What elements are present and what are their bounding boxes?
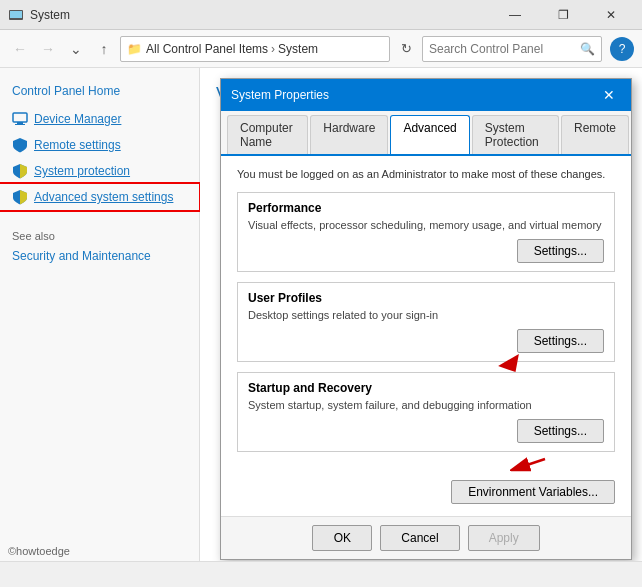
content-area: View basic information about your comput…: [200, 68, 642, 561]
address-bar: ← → ⌄ ↑ 📁 All Control Panel Items › Syst…: [0, 30, 642, 68]
ok-button[interactable]: OK: [312, 525, 372, 551]
security-maintenance-link[interactable]: Security and Maintenance: [0, 246, 199, 266]
address-path[interactable]: 📁 All Control Panel Items › System: [120, 36, 390, 62]
path-arrow: ›: [271, 42, 275, 56]
tab-system-protection[interactable]: System Protection: [472, 115, 559, 154]
see-also-label: See also: [0, 226, 199, 246]
startup-recovery-settings-button[interactable]: Settings...: [517, 419, 604, 443]
user-profiles-title: User Profiles: [248, 291, 604, 305]
env-variables-button[interactable]: Environment Variables...: [451, 480, 615, 504]
dialog-footer: OK Cancel Apply: [221, 516, 631, 559]
status-bar: [0, 561, 642, 587]
minimize-button[interactable]: —: [492, 0, 538, 30]
forward-button[interactable]: →: [36, 37, 60, 61]
tab-advanced[interactable]: Advanced: [390, 115, 469, 154]
startup-recovery-title: Startup and Recovery: [248, 381, 604, 395]
shield-yellow-icon: [12, 163, 28, 179]
performance-title: Performance: [248, 201, 604, 215]
sidebar: Control Panel Home Device Manager Remote…: [0, 68, 200, 561]
recent-button[interactable]: ⌄: [64, 37, 88, 61]
user-profiles-btn-row: Settings...: [248, 329, 604, 353]
dialog-body: You must be logged on as an Administrato…: [221, 156, 631, 516]
user-profiles-desc: Desktop settings related to your sign-in: [248, 309, 604, 321]
performance-btn-row: Settings...: [248, 239, 604, 263]
path-item: System: [278, 42, 318, 56]
dialog-title: System Properties: [231, 88, 597, 102]
tab-bar: Computer Name Hardware Advanced System P…: [221, 111, 631, 156]
svg-rect-3: [17, 122, 23, 124]
sidebar-item-label: Remote settings: [34, 138, 121, 152]
sidebar-item-device-manager[interactable]: Device Manager: [0, 106, 199, 132]
svg-rect-4: [15, 124, 25, 125]
env-variables-row: Environment Variables...: [237, 480, 615, 504]
sidebar-item-remote-settings[interactable]: Remote settings: [0, 132, 199, 158]
svg-rect-2: [13, 113, 27, 122]
shield-highlight-icon: [12, 189, 28, 205]
svg-rect-1: [10, 11, 22, 18]
dialog-titlebar: System Properties ✕: [221, 79, 631, 111]
cancel-button[interactable]: Cancel: [380, 525, 459, 551]
search-box[interactable]: 🔍: [422, 36, 602, 62]
shield-icon: [12, 137, 28, 153]
window-title: System: [30, 8, 492, 22]
performance-desc: Visual effects, processor scheduling, me…: [248, 219, 604, 231]
sidebar-header[interactable]: Control Panel Home: [0, 80, 199, 106]
tab-hardware[interactable]: Hardware: [310, 115, 388, 154]
startup-recovery-btn-row: Settings...: [248, 419, 604, 443]
footer-credit: ©howtoedge: [8, 545, 70, 557]
folder-icon: 📁: [127, 42, 142, 56]
main-layout: Control Panel Home Device Manager Remote…: [0, 68, 642, 561]
sidebar-item-advanced[interactable]: Advanced system settings: [0, 184, 199, 210]
title-bar: System — ❐ ✕: [0, 0, 642, 30]
path-prefix: All Control Panel Items: [146, 42, 268, 56]
up-button[interactable]: ↑: [92, 37, 116, 61]
tab-computer-name[interactable]: Computer Name: [227, 115, 308, 154]
arrow-hint: [237, 454, 615, 474]
admin-notice: You must be logged on as an Administrato…: [237, 168, 615, 180]
sidebar-item-label: System protection: [34, 164, 130, 178]
close-button[interactable]: ✕: [588, 0, 634, 30]
sidebar-item-label: Device Manager: [34, 112, 121, 126]
system-properties-dialog: System Properties ✕ Computer Name Hardwa…: [220, 78, 632, 560]
startup-recovery-desc: System startup, system failure, and debu…: [248, 399, 604, 411]
performance-section: Performance Visual effects, processor sc…: [237, 192, 615, 272]
search-input[interactable]: [429, 42, 580, 56]
sidebar-item-system-protection[interactable]: System protection: [0, 158, 199, 184]
user-profiles-section: User Profiles Desktop settings related t…: [237, 282, 615, 362]
startup-recovery-section: Startup and Recovery System startup, sys…: [237, 372, 615, 452]
dialog-close-button[interactable]: ✕: [597, 83, 621, 107]
monitor-icon: [12, 111, 28, 127]
search-icon: 🔍: [580, 42, 595, 56]
apply-button[interactable]: Apply: [468, 525, 540, 551]
back-button[interactable]: ←: [8, 37, 32, 61]
user-profiles-settings-button[interactable]: Settings...: [517, 329, 604, 353]
refresh-button[interactable]: ↻: [394, 37, 418, 61]
window-controls: — ❐ ✕: [492, 0, 634, 30]
window-icon: [8, 7, 24, 23]
help-button[interactable]: ?: [610, 37, 634, 61]
arrow-svg: [495, 454, 555, 474]
see-also-section: See also Security and Maintenance: [0, 226, 199, 266]
tab-remote[interactable]: Remote: [561, 115, 629, 154]
restore-button[interactable]: ❐: [540, 0, 586, 30]
sidebar-item-label: Advanced system settings: [34, 190, 173, 204]
svg-line-5: [515, 459, 545, 469]
performance-settings-button[interactable]: Settings...: [517, 239, 604, 263]
